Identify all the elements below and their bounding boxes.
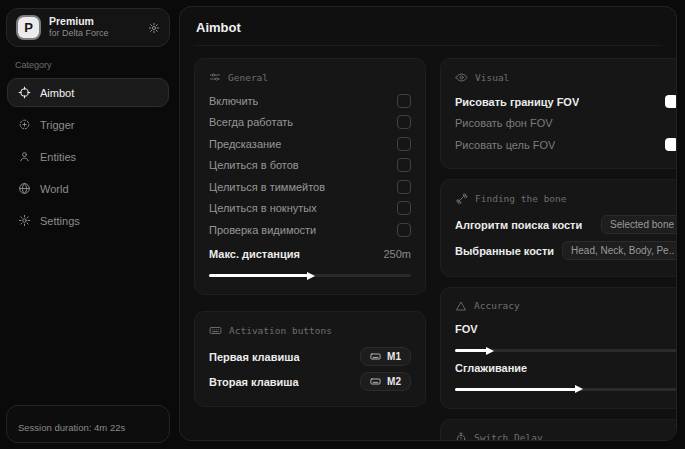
sidebar-item-aimbot[interactable]: Aimbot [7, 78, 169, 107]
gear-icon [148, 22, 160, 34]
slider-fill [455, 388, 578, 391]
visibility-check-checkbox[interactable] [397, 223, 411, 237]
activation-card-title: Activation buttons [229, 325, 332, 336]
toggle-label: Целиться в ботов [209, 159, 299, 171]
bone-card: Finding the bone Алгоритм поиска кости S… [440, 179, 677, 277]
category-label: Category [15, 60, 161, 70]
visual-card: Visual Рисовать границу FOV [440, 58, 677, 169]
toggle-label: Целиться в тиммейтов [209, 181, 325, 193]
sliders-icon [209, 71, 221, 83]
slider-fill [455, 349, 489, 352]
toggle-row-prediction: Предсказание [209, 133, 411, 155]
draw-fov-background-label: Рисовать фон FOV [455, 117, 553, 129]
bone-icon [455, 192, 468, 205]
draw-fov-border-label: Рисовать границу FOV [455, 96, 579, 108]
max-distance-row: Макс. дистанция 250m [209, 244, 411, 266]
sidebar-item-world[interactable]: World [7, 174, 169, 203]
general-card-header: General [209, 71, 411, 83]
toggle-row-enable: Включить [209, 90, 411, 112]
switch-delay-card: Switch Delay Задержка переключения Задер… [440, 419, 677, 442]
triangle-icon [455, 300, 467, 312]
sidebar-item-entities[interactable]: Entities [7, 142, 169, 171]
second-key-label: Вторая клавиша [209, 376, 299, 388]
switch-delay-card-header: Switch Delay [455, 432, 677, 442]
bone-card-title: Finding the bone [475, 193, 567, 204]
accuracy-card-title: Accuracy [474, 300, 520, 311]
visual-card-title: Visual [475, 72, 509, 83]
selected-bones-select[interactable]: Head, Neck, Body, Pe... [562, 241, 677, 260]
selected-bones-row: Выбранные кости Head, Neck, Body, Pe... [455, 238, 677, 264]
second-key-row: Вторая клавиша M2 [209, 369, 411, 394]
fov-border-color-swatch[interactable] [665, 95, 677, 108]
right-column: Visual Рисовать границу FOV [440, 58, 677, 441]
first-key-row: Первая клавиша M1 [209, 344, 411, 369]
sidebar-item-label: Settings [40, 215, 80, 227]
keyboard-icon [370, 351, 381, 362]
fov-slider[interactable] [455, 349, 677, 352]
selected-bones-label: Выбранные кости [455, 245, 554, 257]
general-card: General Включить Всегда работать Предска… [194, 58, 426, 295]
content-columns: General Включить Всегда работать Предска… [194, 58, 662, 441]
toggle-label: Проверка видимости [209, 224, 316, 236]
draw-fov-target-row: Рисовать цель FOV [455, 134, 677, 156]
always-work-checkbox[interactable] [397, 115, 411, 129]
sidebar-item-trigger[interactable]: Trigger [7, 110, 169, 139]
toggle-label: Всегда работать [209, 116, 293, 128]
eye-icon [455, 71, 468, 84]
toggle-row-target-teammates: Целиться в тиммейтов [209, 176, 411, 198]
profile-settings-button[interactable] [148, 22, 160, 34]
sidebar-item-label: Aimbot [40, 87, 74, 99]
first-key-value: M1 [387, 351, 401, 362]
accuracy-card-header: Accuracy [455, 300, 677, 312]
toggle-row-target-knocked: Целиться в нокнутых [209, 198, 411, 220]
timer-icon [455, 432, 467, 442]
second-key-value: M2 [387, 376, 401, 387]
second-key-button[interactable]: M2 [360, 372, 411, 391]
slider-thumb[interactable] [575, 385, 583, 393]
sidebar: P Premium for Delta Force Category Aimbo… [0, 0, 176, 449]
target-knocked-checkbox[interactable] [397, 201, 411, 215]
bone-card-header: Finding the bone [455, 192, 677, 205]
draw-fov-background-row: Рисовать фон FOV [455, 113, 677, 135]
draw-fov-border-row: Рисовать границу FOV [455, 91, 677, 113]
brand-title: Premium [49, 15, 109, 28]
toggle-row-visibility-check: Проверка видимости [209, 219, 411, 241]
fov-row: FOV 50° [455, 319, 677, 341]
toggle-label: Включить [209, 95, 258, 107]
row-controls [665, 138, 677, 152]
session-duration: Session duration: 4m 22s [6, 405, 170, 443]
bone-algorithm-label: Алгоритм поиска кости [455, 219, 582, 231]
target-bots-checkbox[interactable] [397, 158, 411, 172]
toggle-row-always-work: Всегда работать [209, 112, 411, 134]
target-teammates-checkbox[interactable] [397, 180, 411, 194]
sidebar-item-settings[interactable]: Settings [7, 206, 169, 235]
prediction-checkbox[interactable] [397, 137, 411, 151]
enable-checkbox[interactable] [397, 94, 411, 108]
brand-subtitle: for Delta Force [49, 28, 109, 39]
slider-thumb[interactable] [486, 347, 494, 355]
fov-target-color-swatch[interactable] [665, 138, 677, 151]
max-distance-slider[interactable] [209, 274, 411, 277]
first-key-button[interactable]: M1 [360, 347, 411, 366]
brand-text: Premium for Delta Force [49, 15, 109, 39]
smoothing-label: Сглаживание [455, 362, 527, 374]
max-distance-value: 250m [383, 248, 411, 260]
bone-algorithm-select[interactable]: Selected bone [601, 215, 677, 234]
keyboard-icon [370, 376, 381, 387]
globe-icon [18, 182, 31, 195]
row-controls [665, 95, 677, 109]
general-card-title: General [228, 72, 268, 83]
slider-fill [209, 274, 310, 277]
profile-card: P Premium for Delta Force [6, 8, 170, 47]
selected-bones-value: Head, Neck, Body, Pe... [571, 245, 674, 256]
first-key-label: Первая клавиша [209, 351, 300, 363]
brand-logo: P [16, 15, 41, 40]
trigger-icon [18, 118, 31, 131]
entities-icon [18, 150, 31, 163]
sidebar-item-label: World [40, 183, 69, 195]
slider-thumb[interactable] [307, 272, 315, 280]
keyboard-icon [209, 324, 222, 337]
smoothing-row: Сглаживание 50% [455, 357, 677, 379]
draw-fov-target-label: Рисовать цель FOV [455, 139, 555, 151]
smoothing-slider[interactable] [455, 388, 677, 391]
